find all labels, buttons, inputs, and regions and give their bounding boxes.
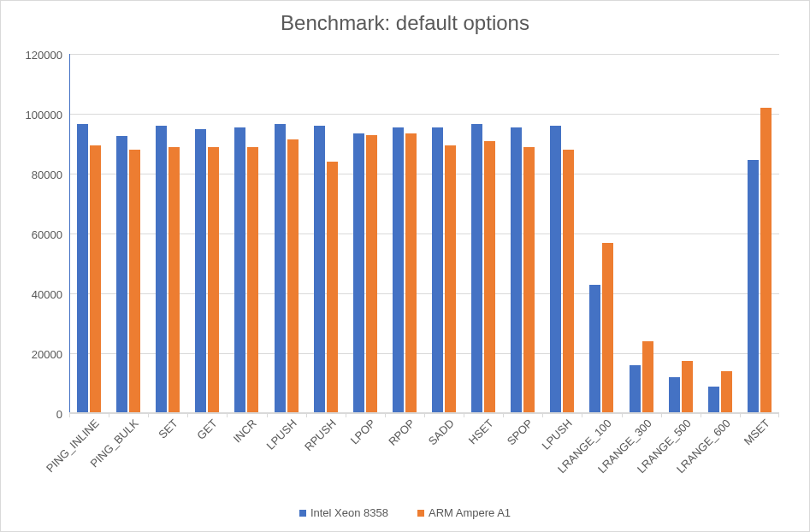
x-tick: [148, 413, 149, 417]
x-tick: [306, 413, 307, 417]
x-tick-label: GET: [195, 417, 221, 442]
x-tick-label: LPUSH: [540, 417, 575, 452]
bar: [445, 145, 456, 413]
category-group: LRANGE_600: [701, 54, 740, 413]
legend-label: Intel Xeon 8358: [310, 506, 388, 519]
x-tick-label: RPOP: [386, 417, 417, 448]
bar: [630, 365, 641, 413]
y-tick-label: 100000: [26, 108, 69, 121]
bar: [77, 124, 88, 413]
plot-area: 020000400006000080000100000120000 PING_I…: [69, 54, 779, 413]
bar: [642, 341, 653, 413]
bar: [669, 377, 680, 413]
bar: [366, 135, 377, 414]
bar: [234, 127, 245, 413]
x-tick: [701, 413, 701, 417]
category-group: RPOP: [385, 54, 424, 413]
x-tick-label: RPUSH: [302, 417, 339, 453]
bar: [708, 387, 719, 414]
x-tick-label: SPOP: [505, 417, 535, 447]
x-tick: [109, 413, 109, 417]
category-group: PING_BULK: [109, 54, 148, 413]
bar: [247, 147, 258, 413]
bar: [511, 127, 522, 413]
bar: [550, 126, 561, 413]
legend-swatch-icon: [299, 510, 306, 517]
x-tick: [778, 413, 779, 417]
category-group: SET: [148, 54, 187, 413]
bar: [275, 124, 286, 413]
legend: Intel Xeon 8358 ARM Ampere A1: [1, 506, 809, 519]
category-group: HSET: [464, 54, 503, 413]
x-tick: [424, 413, 425, 417]
category-group: LPUSH: [542, 54, 582, 413]
x-tick: [187, 413, 188, 417]
category-group: GET: [187, 54, 227, 413]
bar: [287, 139, 299, 413]
x-tick-label: LPOP: [348, 417, 378, 446]
bar: [589, 285, 600, 413]
category-group: INCR: [227, 54, 266, 413]
x-tick: [464, 413, 464, 417]
category-group: LRANGE_100: [582, 54, 621, 413]
bar: [156, 126, 167, 413]
y-tick-label: 40000: [32, 287, 69, 300]
y-tick-label: 60000: [32, 228, 69, 241]
category-group: MSET: [740, 54, 779, 413]
x-tick-label: INCR: [231, 417, 259, 445]
category-group: LPOP: [346, 54, 385, 413]
bar: [314, 126, 325, 413]
bar: [393, 127, 404, 413]
category-group: SADD: [424, 54, 464, 413]
x-tick: [267, 413, 268, 417]
bar: [327, 162, 338, 413]
bars-area: PING_INLINEPING_BULKSETGETINCRLPUSHRPUSH…: [69, 54, 779, 413]
legend-swatch-icon: [417, 510, 424, 517]
bar: [484, 141, 495, 414]
legend-item-series-0: Intel Xeon 8358: [299, 506, 388, 519]
x-tick: [503, 413, 504, 417]
bar: [471, 124, 482, 413]
bar: [721, 371, 732, 413]
x-tick-label: SADD: [426, 417, 457, 447]
x-tick: [740, 413, 741, 417]
bar: [195, 129, 206, 414]
x-tick: [385, 413, 386, 417]
category-group: RPUSH: [306, 54, 346, 413]
bar: [116, 136, 127, 413]
x-tick: [582, 413, 582, 417]
category-group: LRANGE_300: [622, 54, 661, 413]
bar: [129, 150, 140, 413]
y-tick-label: 80000: [32, 168, 69, 180]
x-tick: [661, 413, 662, 417]
x-tick: [542, 413, 543, 417]
bar: [748, 160, 759, 413]
bar: [563, 150, 574, 413]
bar: [208, 147, 219, 413]
legend-label: ARM Ampere A1: [429, 506, 511, 519]
x-tick-label: MSET: [742, 417, 772, 447]
x-tick-label: LPUSH: [263, 417, 299, 452]
chart-container: Benchmark: default options 0200004000060…: [0, 0, 810, 532]
bar: [432, 127, 443, 413]
x-tick: [346, 413, 346, 417]
bar: [760, 108, 772, 413]
bar: [602, 243, 613, 414]
y-tick-label: 0: [56, 408, 69, 421]
bar: [90, 145, 101, 413]
bar: [682, 361, 693, 413]
x-tick: [69, 413, 70, 417]
x-tick: [622, 413, 623, 417]
x-tick-label: SET: [157, 417, 180, 440]
bar: [353, 133, 364, 413]
bar: [523, 147, 535, 413]
category-group: LPUSH: [267, 54, 306, 413]
x-tick: [227, 413, 228, 417]
category-group: LRANGE_500: [661, 54, 701, 413]
chart-title: Benchmark: default options: [1, 1, 809, 38]
category-group: SPOP: [503, 54, 542, 413]
legend-item-series-1: ARM Ampere A1: [417, 506, 511, 519]
y-tick-label: 120000: [26, 49, 69, 62]
bar: [405, 133, 417, 413]
x-tick-label: HSET: [466, 417, 496, 446]
